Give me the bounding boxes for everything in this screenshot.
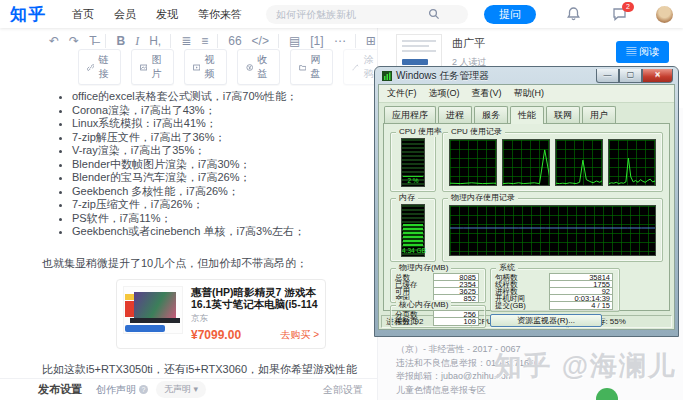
stat-row: 未分页109 — [393, 318, 481, 325]
search-box[interactable] — [266, 5, 468, 24]
menu-item[interactable]: 选项(O) — [423, 86, 466, 101]
unordered-list-icon[interactable]: ≡ — [201, 34, 208, 48]
creation-statement-label: 创作声明 — [96, 383, 136, 397]
site-badge-icon — [596, 388, 618, 400]
tab[interactable]: 进程 — [438, 106, 472, 124]
bullet-item: 7-zip压缩文件，i7高26%； — [72, 198, 369, 212]
reference-icon[interactable]: [1] — [310, 34, 323, 48]
undo-icon[interactable]: ↶ — [49, 34, 59, 48]
tab[interactable]: 性能 — [510, 106, 544, 124]
bullet-item: Blender中数帧图片渲染，i7高30%； — [72, 158, 369, 172]
avatar[interactable] — [656, 6, 673, 23]
yen-coin-icon — [246, 62, 253, 73]
cpu-history-graph — [555, 139, 603, 186]
tab[interactable]: 服务 — [474, 106, 508, 124]
tab[interactable]: 联网 — [546, 106, 580, 124]
doodle-icon — [352, 62, 359, 73]
product-title: 惠普(HP)暗影精灵7 游戏本 16.1英寸笔记本电脑(i5-114 — [191, 286, 319, 311]
cpu-history-graphs — [449, 139, 656, 186]
mem-history-graph — [449, 205, 656, 256]
maximize-button[interactable]: ▢ — [619, 69, 642, 83]
nav-item[interactable]: 会员 — [114, 7, 136, 22]
cpu-history-group: CPU 使用记录 — [442, 132, 663, 192]
top-nav: 知乎 首页会员发现等你来答 提问 2 — [0, 0, 683, 28]
product-card[interactable]: 惠普(HP)暗影精灵7 游戏本 16.1英寸笔记本电脑(i5-114 京东 ¥7… — [116, 279, 326, 349]
search-icon[interactable] — [428, 8, 440, 20]
redo-icon[interactable]: ↷ — [69, 34, 79, 48]
desktop-screen: 知乎 首页会员发现等你来答 提问 2 ↶↷T̶BIH,≣≡66</>▤[1]⋯⊞… — [0, 0, 683, 400]
zhihu-logo[interactable]: 知乎 — [10, 3, 46, 26]
divider-icon[interactable]: ⋯ — [334, 34, 346, 48]
bullet-item: Blender的宝马汽车渲染，i7高26%； — [72, 171, 369, 185]
menu-item[interactable]: 帮助(H) — [508, 86, 551, 101]
close-button[interactable]: ✕ — [642, 69, 673, 83]
nav-item[interactable]: 首页 — [72, 7, 94, 22]
table-icon[interactable]: ⊞ — [355, 34, 376, 48]
system-group: 系统 句柄数35814线程数1755进程数92开机时间0:03:14:39提交(… — [490, 268, 620, 312]
article-editor[interactable]: office的excel表格套公式测试，i7高70%性能；Corona渲染，i7… — [30, 80, 377, 390]
goods-button[interactable]: 收益 — [237, 49, 280, 85]
notification-bell[interactable] — [566, 6, 582, 22]
menu-item[interactable]: 文件(F) — [381, 86, 423, 101]
bullet-item: PS软件，i7高11%； — [72, 212, 369, 226]
product-price: ¥7099.00 — [191, 328, 241, 342]
footer-line[interactable]: 儿童色情信息举报专区 — [396, 384, 544, 398]
link-icon — [87, 62, 94, 73]
nav-item[interactable]: 发现 — [156, 7, 178, 22]
heading-icon[interactable]: H, — [149, 34, 161, 48]
video-button[interactable]: 视频 — [184, 49, 227, 85]
ordered-list-icon[interactable]: ≣ — [170, 34, 191, 48]
clear-format-icon[interactable]: T̶ — [89, 34, 96, 48]
tab[interactable]: 用户 — [582, 106, 616, 124]
publish-settings-bar: 发布设置 创作声明 ? 无声明 ▾ 全部设置 — [0, 378, 377, 400]
paragraph: 也就集显稍微提升了10几个点，但加价却不带高昂的； — [42, 256, 369, 270]
taskmgr-icon — [382, 71, 392, 81]
window-title: Windows 任务管理器 — [396, 69, 489, 83]
memory-history-group: 物理内存使用记录 — [442, 198, 663, 262]
read-button[interactable]: ▤ 阅读 — [616, 41, 669, 63]
publish-settings-label: 发布设置 — [38, 382, 82, 397]
image-button[interactable]: 图片 — [131, 49, 174, 85]
bullet-item: V-ray渲染，i7高出了35%； — [72, 144, 369, 158]
messages[interactable]: 2 — [612, 6, 628, 22]
window-titlebar[interactable]: Windows 任务管理器 — ▢ ✕ — [378, 67, 675, 84]
benchmark-list: office的excel表格套公式测试，i7高70%性能；Corona渲染，i7… — [38, 90, 369, 239]
tab-strip: 应用程序进程服务性能联网用户 — [379, 103, 674, 124]
toc-icon[interactable]: ▤ — [278, 34, 300, 48]
search-input[interactable] — [274, 8, 428, 21]
bullet-item: Geekbench 多核性能，i7高26%； — [72, 185, 369, 199]
physical-memory-group: 物理内存(MB) 总数8085已缓存2354可用3625空闲852 — [390, 268, 486, 303]
blockquote-icon[interactable]: 66 — [217, 34, 241, 48]
memory-gauge-group: 内存 4.34 GB — [390, 198, 436, 262]
link-button[interactable]: 链接 — [78, 49, 121, 85]
nav-items: 首页会员发现等你来答 — [62, 7, 252, 22]
video-icon — [193, 62, 200, 73]
resource-monitor-button[interactable]: 资源监视器(R)... — [490, 314, 602, 327]
kernel-memory-group: 核心内存(MB) 分页数256未分页109 — [390, 305, 486, 328]
statement-dropdown[interactable]: 无声明 ▾ — [156, 381, 206, 398]
tab[interactable]: 应用程序 — [384, 106, 436, 124]
message-badge: 2 — [622, 2, 634, 12]
cpu-history-graph — [449, 139, 497, 186]
task-manager-window[interactable]: Windows 任务管理器 — ▢ ✕ 文件(F)选项(O)查看(V)帮助(H)… — [375, 67, 678, 336]
menu-item[interactable]: 查看(V) — [466, 86, 508, 101]
all-settings-link[interactable]: 全部设置 — [323, 383, 363, 397]
help-icon[interactable]: ? — [139, 385, 148, 394]
ask-question-button[interactable]: 提问 — [484, 5, 536, 24]
italic-icon[interactable]: I — [135, 34, 139, 49]
stat-row: 提交(GB)4 / 15 — [493, 302, 615, 309]
netdisk-button[interactable]: 网盘 — [290, 49, 333, 85]
buy-link[interactable]: 去购买 > — [280, 328, 319, 342]
bullet-item: office的excel表格套公式测试，i7高70%性能； — [72, 90, 369, 104]
bell-icon — [566, 6, 581, 21]
code-icon[interactable]: </> — [252, 34, 269, 48]
minimize-button[interactable]: — — [596, 69, 619, 83]
cpu-usage-group: CPU 使用率 2 % — [390, 132, 436, 192]
bold-icon[interactable]: B — [105, 34, 125, 48]
folder-icon — [299, 62, 306, 73]
nav-item[interactable]: 等你来答 — [198, 7, 242, 22]
memory-gauge: 4.34 GB — [401, 204, 425, 257]
cpu-history-graph — [502, 139, 550, 186]
watermark: 知乎 @海澜儿 — [494, 348, 677, 384]
product-image — [123, 286, 183, 334]
